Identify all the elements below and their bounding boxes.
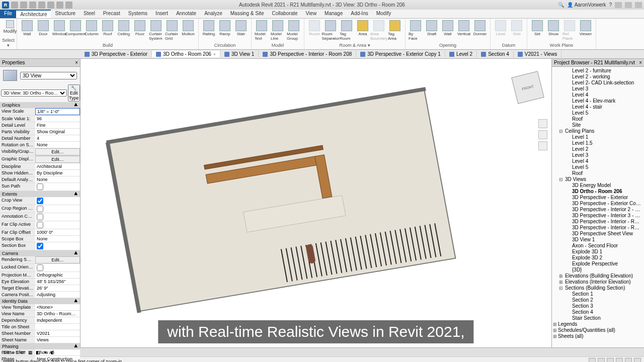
tree-node[interactable]: Level 2- CAD Link-selection (552, 80, 644, 86)
tree-node[interactable]: {3D} (552, 267, 644, 273)
tree-node[interactable]: 3D View 1 (552, 237, 644, 243)
ribbon-tab-analyze[interactable]: Analyze (200, 10, 226, 18)
infocenter-icon[interactable]: 🔍 (558, 2, 564, 8)
tree-node[interactable]: Axon - Second Floor (552, 243, 644, 249)
prop-value[interactable]: 48' 5 181/256" (35, 279, 80, 285)
prop-checkbox[interactable] (37, 198, 43, 204)
instance-selector[interactable]: 3D View: 3D Ortho - Roo… (1, 89, 67, 97)
area-button[interactable]: Area (355, 20, 371, 41)
prop-section-extents[interactable]: Extents⯅ (0, 191, 80, 197)
prop-checkbox[interactable] (37, 264, 43, 271)
close-icon[interactable]: × (213, 52, 216, 57)
prop-value[interactable]: 26' 9" (35, 285, 80, 291)
railing-button[interactable]: Railing (201, 20, 217, 37)
ribbon-tab-add-ins[interactable]: Add-Ins (347, 10, 372, 18)
tree-node[interactable]: Level 4 (552, 92, 644, 98)
prop-value[interactable]: Architectural (35, 163, 80, 169)
window-button[interactable]: Window (51, 20, 67, 41)
tree-node[interactable]: ⊟3D Views (552, 176, 644, 183)
qat-print-icon[interactable] (56, 2, 63, 9)
curtain-grid-button[interactable]: Curtain Grid (164, 20, 180, 41)
prop-value[interactable]: Fine (35, 122, 80, 128)
prop-value[interactable] (35, 183, 80, 191)
prop-checkbox[interactable] (37, 243, 43, 249)
prop-value[interactable]: 1/8" = 1'-0" (35, 108, 80, 115)
view-tab[interactable]: V2021 - Views (514, 51, 561, 57)
tree-node[interactable]: ⊟Sections (Building Section) (552, 285, 644, 291)
tree-node[interactable]: ⊟Ceiling Plans (552, 128, 644, 134)
tree-node[interactable]: Level 4 (552, 158, 644, 164)
door-button[interactable]: Door (35, 20, 51, 41)
tree-node[interactable]: Level 1 (552, 134, 644, 140)
qat-measure-icon[interactable] (65, 2, 72, 9)
tree-node[interactable]: 3D Ortho - Room 206 (552, 189, 644, 195)
qat-sync-icon[interactable] (29, 2, 36, 9)
tag-room-button[interactable]: Tag Room (339, 20, 355, 41)
tree-node[interactable]: Level 3 (552, 152, 644, 158)
tree-node[interactable]: Level 2 - working (552, 74, 644, 80)
ribbon-tab-collaborate[interactable]: Collaborate (268, 10, 301, 18)
prop-value[interactable]: 1000' 0" (35, 229, 80, 235)
curtain-system-button[interactable]: Curtain System (148, 20, 164, 41)
tree-node[interactable]: Explode 3D 1 (552, 249, 644, 255)
view-tab[interactable]: Section 4 (477, 51, 514, 57)
help-icon[interactable]: ? (609, 2, 612, 8)
roof-button[interactable]: Roof (100, 20, 116, 41)
expand-icon[interactable]: ⊟ (559, 128, 563, 134)
tree-node[interactable]: ⊞Sheets (all) (552, 333, 644, 339)
expand-icon[interactable]: ⊞ (559, 273, 563, 279)
tree-node[interactable]: Level 3 (552, 86, 644, 92)
tree-node[interactable]: Section 3 (552, 303, 644, 309)
tree-node[interactable]: Explode Perspective (552, 261, 644, 267)
tree-node[interactable]: 3D Perspective - Exterior Copy 1 (552, 201, 644, 207)
prop-value[interactable]: Edit… (35, 148, 80, 155)
visual-style-icon[interactable]: ◧ (36, 350, 40, 355)
prop-value[interactable] (35, 205, 80, 213)
view-tab[interactable]: Level 2 (445, 51, 477, 57)
tree-node[interactable]: 3D Perspective - Interior - Room 206 (552, 219, 644, 225)
ribbon-tab-modify[interactable]: Modify (372, 10, 395, 18)
editable-only-icon[interactable] (598, 358, 605, 363)
by-face-button[interactable]: By Face (408, 20, 424, 41)
room-area-panel-label[interactable]: Room & Area ▾ (306, 43, 403, 48)
tree-node[interactable]: Section 2 (552, 297, 644, 303)
expand-icon[interactable]: ⊞ (553, 321, 557, 327)
tree-node[interactable]: 3D Perspective - Exterior (552, 195, 644, 201)
show-button[interactable]: Show (545, 20, 561, 41)
viewcube[interactable]: FRONT (511, 71, 544, 104)
column-button[interactable]: Column (84, 20, 100, 41)
tree-node[interactable]: ⊞Elevations (Building Elevation) (552, 273, 644, 279)
select-links-icon[interactable] (607, 358, 614, 363)
prop-value[interactable]: Adjusting (35, 292, 80, 298)
view-tab[interactable]: 3D Perspective - Exterior (80, 51, 152, 57)
prop-value[interactable]: Views (35, 337, 80, 343)
prop-value[interactable]: Edit… (35, 256, 80, 263)
model-text-button[interactable]: Model Text (254, 20, 270, 41)
tree-node[interactable]: Stair Section (552, 315, 644, 321)
view-scale-button[interactable]: 1/8" = 1'-0" (3, 350, 25, 355)
model-group-button[interactable]: Model Group (286, 20, 302, 41)
detail-level-icon[interactable]: ▦ (28, 350, 33, 355)
qat-undo-icon[interactable] (38, 2, 45, 9)
prop-value[interactable]: Show All (35, 349, 80, 355)
prop-value[interactable]: Show Original (35, 129, 80, 135)
view-tab[interactable]: 3D Perspective - Interior - Room 208 (259, 51, 356, 57)
prop-value[interactable]: 96 (35, 116, 80, 122)
set-button[interactable]: Set (529, 20, 545, 41)
nav-home-icon[interactable] (538, 119, 547, 128)
tree-node[interactable]: Section 1 (552, 291, 644, 297)
tree-node[interactable]: ⊞Schedules/Quantities (all) (552, 327, 644, 333)
nav-wheel-icon[interactable] (538, 130, 547, 139)
prop-value[interactable] (35, 324, 80, 330)
dormer-button[interactable]: Dormer (472, 20, 488, 41)
tree-node[interactable]: Site (552, 122, 644, 128)
prop-value[interactable]: Orthographic (35, 272, 80, 278)
prop-value[interactable]: 4 (35, 135, 80, 141)
prop-value[interactable]: None (35, 142, 80, 148)
prop-value[interactable]: Edit… (35, 156, 80, 163)
view-tab[interactable]: 3D View 1 (220, 51, 259, 57)
qat-redo-icon[interactable] (47, 2, 54, 9)
ribbon-tab-systems[interactable]: Systems (124, 10, 151, 18)
tree-node[interactable]: Level 5 (552, 164, 644, 170)
ribbon-tab-view[interactable]: View (302, 10, 321, 18)
